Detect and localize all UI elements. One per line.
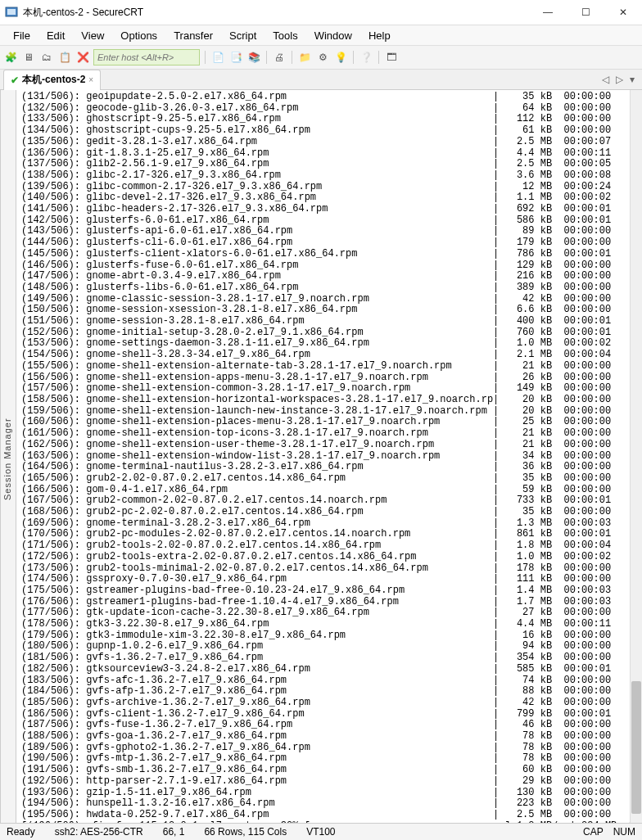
close-button[interactable]: ✕ [604,0,642,25]
titlebar: 本机-centos-2 - SecureCRT — ☐ ✕ [0,0,642,25]
app-icon [5,6,18,19]
tab-label: 本机-centos-2 [22,73,85,87]
tabs-row: ✔ 本机-centos-2 × ◁ ▷ ▾ [0,70,642,90]
host-input[interactable] [93,49,200,65]
menu-options[interactable]: Options [114,28,164,43]
connected-check-icon: ✔ [11,75,19,86]
menu-edit[interactable]: Edit [40,28,71,43]
toolbar-separator [378,51,379,64]
toolbar-separator [292,51,292,64]
new-tab-icon[interactable]: 🗔 [384,50,399,65]
folder-icon[interactable]: 📁 [297,50,312,65]
status-cap: CAP [583,826,604,838]
toolbar-separator [353,51,354,64]
window-title: 本机-centos-2 - SecureCRT [23,6,143,20]
cancel-icon[interactable]: ❌ [75,50,90,65]
settings-icon[interactable]: ⚙ [315,50,330,65]
copy-icon[interactable]: 📄 [210,50,225,65]
statusbar: Ready ssh2: AES-256-CTR 66, 1 66 Rows, 1… [0,823,642,840]
menu-file[interactable]: File [7,28,37,43]
scrollbar[interactable] [630,90,642,829]
help-icon[interactable]: ❔ [359,50,373,65]
tab-close-icon[interactable]: × [88,75,93,84]
tab-next-icon[interactable]: ▷ [613,74,626,85]
print-icon[interactable]: 🖨 [272,50,287,65]
toolbar-separator [205,51,206,64]
tab-prev-icon[interactable]: ◁ [599,74,612,85]
maximize-button[interactable]: ☐ [567,0,604,25]
terminal-container: (131/506): geoipupdate-2.5.0-2.el7.x86_6… [16,90,642,829]
disconnect-icon[interactable]: 📋 [57,50,72,65]
menubar: File Edit View Options Transfer Script T… [0,25,642,46]
status-terminal-type: VT100 [306,826,335,838]
svg-rect-1 [7,9,16,15]
menu-transfer[interactable]: Transfer [167,28,219,43]
status-ready: Ready [7,826,35,838]
find-icon[interactable]: 📚 [246,50,261,65]
menu-tools[interactable]: Tools [266,28,304,43]
paste-icon[interactable]: 📑 [228,50,243,65]
toolbar-separator [266,51,267,64]
tip-icon[interactable]: 💡 [333,50,348,65]
reconnect-icon[interactable]: 🗂 [39,50,54,65]
session-manager-panel[interactable]: Session Manager [0,90,16,829]
scrollbar-thumb[interactable] [631,681,641,814]
menu-window[interactable]: Window [308,28,359,43]
status-encryption: ssh2: AES-256-CTR [55,826,143,838]
tab-nav: ◁ ▷ ▾ [595,74,642,85]
menu-script[interactable]: Script [223,28,263,43]
quick-connect-icon[interactable]: 🧩 [3,50,18,65]
toolbar: 🧩 🖥 🗂 📋 ❌ 📄 📑 📚 🖨 📁 ⚙ 💡 ❔ 🗔 [0,46,642,70]
status-cursor-pos: 66, 1 [163,826,185,838]
minimize-button[interactable]: — [529,0,567,25]
menu-help[interactable]: Help [362,28,397,43]
status-dimensions: 66 Rows, 115 Cols [204,826,287,838]
tab-menu-icon[interactable]: ▾ [627,74,637,85]
status-num: NUM [613,826,635,838]
terminal-output[interactable]: (131/506): geoipupdate-2.5.0-2.el7.x86_6… [16,90,631,829]
connect-icon[interactable]: 🖥 [21,50,36,65]
menu-view[interactable]: View [75,28,111,43]
session-tab[interactable]: ✔ 本机-centos-2 × [3,70,101,90]
